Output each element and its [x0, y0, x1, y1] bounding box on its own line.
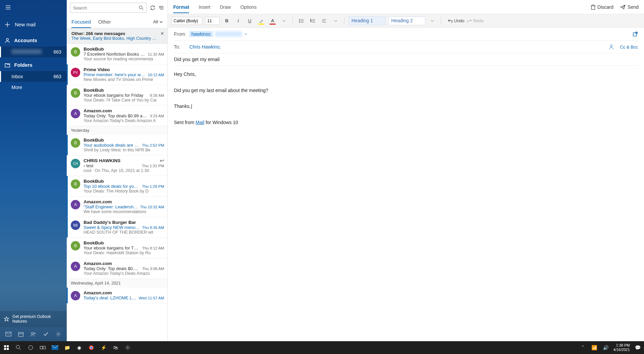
bullets-button[interactable]: [297, 17, 306, 25]
message-item[interactable]: AAmazon.comToday Only: Top deals $0.99 a…: [67, 106, 167, 126]
search-input[interactable]: [73, 5, 139, 10]
more-font-button[interactable]: [280, 17, 288, 25]
tab-draw[interactable]: Draw: [220, 1, 231, 13]
style-heading1[interactable]: Heading 1: [348, 17, 386, 25]
sync-icon[interactable]: [150, 5, 155, 10]
message-subject: Your ebook bargains for Thursday: [84, 245, 140, 250]
tab-focused[interactable]: Focused: [71, 16, 91, 28]
accounts-header[interactable]: Accounts: [0, 33, 67, 47]
message-time: Thu 1:31 PM: [142, 164, 164, 168]
redo-button[interactable]: Redo: [467, 18, 484, 23]
notifications-icon[interactable]: 💬: [634, 344, 641, 351]
tray-chevron-icon[interactable]: ˄: [579, 344, 586, 351]
message-item[interactable]: BBookBubYour ebook bargains for Thursday…: [67, 238, 167, 258]
subject-field[interactable]: Did you get my email: [174, 53, 638, 66]
account-row[interactable]: 663: [0, 47, 67, 57]
body-line: Thanks,: [174, 102, 638, 111]
app-taskbar-icon[interactable]: ⚡: [100, 344, 107, 351]
send-icon: [620, 5, 625, 9]
highlight-button[interactable]: [257, 17, 266, 25]
people-icon[interactable]: [30, 330, 37, 338]
folder-more-label: More: [11, 85, 22, 90]
chrome-taskbar-icon[interactable]: [88, 344, 95, 351]
undo-button[interactable]: Undo: [448, 18, 464, 23]
align-button[interactable]: [320, 17, 329, 25]
contacts-icon[interactable]: [609, 44, 614, 50]
folders-label: Folders: [14, 62, 32, 68]
start-button[interactable]: [3, 344, 10, 351]
message-item[interactable]: CHCHRIS HAWKINS› testThu 1:31 PMcool · O…: [67, 155, 167, 176]
tab-insert[interactable]: Insert: [198, 1, 210, 13]
discard-button[interactable]: Discard: [591, 4, 613, 10]
font-color-button[interactable]: A: [268, 17, 277, 25]
underline-button[interactable]: U: [245, 17, 254, 25]
undo-icon: [448, 19, 453, 23]
mail-link[interactable]: Mail: [196, 120, 205, 125]
store-taskbar-icon[interactable]: 🛍: [112, 344, 119, 351]
explorer-taskbar-icon[interactable]: 📁: [63, 344, 71, 351]
tab-options[interactable]: Options: [240, 1, 256, 13]
svg-point-11: [34, 333, 35, 334]
message-items[interactable]: BBookBub7 Excellent Nonfiction Books to …: [67, 44, 167, 341]
to-field[interactable]: Chris Hawkins;: [189, 44, 609, 50]
task-view-icon[interactable]: [39, 344, 47, 351]
todo-icon[interactable]: [42, 330, 50, 338]
more-para-button[interactable]: [331, 17, 340, 25]
filter-dropdown[interactable]: All: [153, 19, 163, 24]
message-item[interactable]: BBookBubYour ebook bargains for Friday8:…: [67, 85, 167, 106]
message-item[interactable]: AAmazon.com"Staff Engineer: Leadership…"…: [67, 197, 167, 217]
close-icon[interactable]: ✕: [160, 31, 164, 36]
mail-icon[interactable]: [5, 330, 12, 338]
message-item[interactable]: BBookBubYour audiobook deals are hereThu…: [67, 135, 167, 155]
message-preview: Your Deals: Hawksbill Station by Ro: [84, 250, 164, 255]
folder-more[interactable]: More: [0, 82, 67, 93]
tab-format[interactable]: Format: [173, 1, 189, 13]
calendar-icon[interactable]: [17, 330, 25, 338]
search-icon[interactable]: [139, 5, 144, 10]
numbering-button[interactable]: 12: [308, 17, 317, 25]
bold-button[interactable]: B: [222, 17, 231, 25]
svg-point-19: [299, 21, 300, 21]
message-item[interactable]: BBookBubTop 10 ebook deals for you this …: [67, 176, 167, 197]
other-summary-bar[interactable]: Other: 266 new messages The Week, Early …: [67, 28, 167, 44]
hamburger-button[interactable]: [0, 0, 67, 16]
message-item[interactable]: AAmazon.comToday Only: Top deals $0.99 a…: [67, 258, 167, 279]
font-family-input[interactable]: [171, 17, 202, 25]
svg-rect-34: [4, 345, 6, 347]
popout-icon[interactable]: [633, 31, 638, 37]
mail-taskbar-icon[interactable]: [51, 344, 59, 351]
list-toolbar: [67, 0, 167, 16]
chevron-down-icon[interactable]: [244, 32, 247, 36]
style-heading2[interactable]: Heading 2: [388, 17, 425, 25]
taskbar-search-icon[interactable]: [15, 344, 22, 351]
message-item[interactable]: BBookBub7 Excellent Nonfiction Books to …: [67, 44, 167, 64]
message-item[interactable]: AAmazon.comToday's deal: LZHOME LED Gara…: [67, 288, 167, 303]
message-time: Thu 10:32 AM: [140, 205, 164, 209]
premium-banner[interactable]: Get premium Outlook features: [0, 311, 67, 327]
from-field[interactable]: hawkinsc: [189, 31, 633, 37]
taskbar-clock[interactable]: 1:38 PM 4/16/2021: [613, 343, 630, 352]
volume-icon[interactable]: 🔊: [602, 344, 609, 351]
message-from: Amazon.com: [84, 199, 164, 204]
message-item[interactable]: PVPrime VideoPrime member: here's your w…: [67, 64, 167, 85]
send-button[interactable]: Send: [620, 4, 639, 10]
to-value: Chris Hawkins;: [189, 44, 221, 50]
wifi-icon[interactable]: 📶: [590, 344, 598, 351]
folders-header[interactable]: Folders: [0, 57, 67, 71]
italic-button[interactable]: I: [234, 17, 243, 25]
dell-taskbar-icon[interactable]: ◉: [75, 344, 83, 351]
new-mail-button[interactable]: New mail: [0, 16, 67, 33]
selection-mode-icon[interactable]: [159, 5, 164, 10]
undo-label: Undo: [454, 18, 464, 23]
settings-taskbar-icon[interactable]: [124, 344, 131, 351]
cortana-icon[interactable]: [27, 344, 34, 351]
search-box[interactable]: [70, 3, 147, 13]
tab-other[interactable]: Other: [98, 16, 111, 28]
compose-body[interactable]: Hey Chris, Did you get my last email abo…: [168, 66, 644, 131]
cc-bcc-button[interactable]: Cc & Bcc: [620, 45, 638, 50]
more-styles-button[interactable]: [428, 17, 437, 25]
folder-inbox[interactable]: Inbox 663: [0, 71, 67, 82]
settings-icon[interactable]: [55, 330, 62, 338]
font-size-input[interactable]: [205, 17, 220, 25]
message-item[interactable]: BBBad Daddy's Burger BarSweet & Spicy NE…: [67, 217, 167, 238]
